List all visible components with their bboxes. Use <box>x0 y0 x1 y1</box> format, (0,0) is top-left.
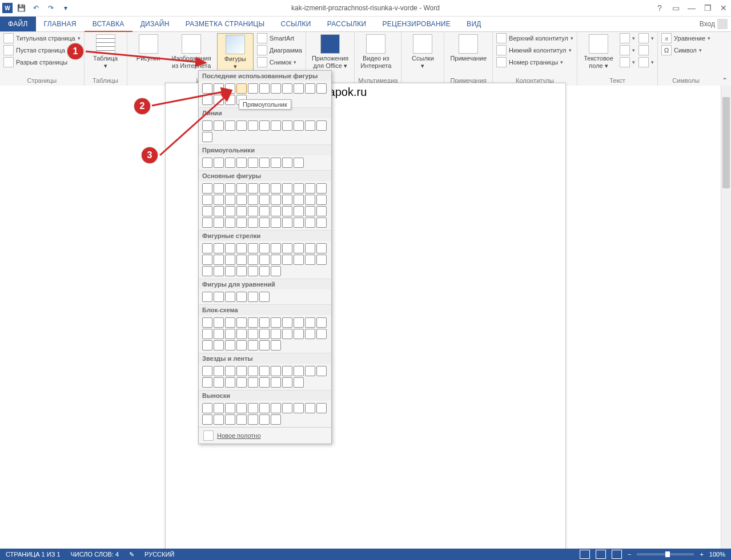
shape-item[interactable] <box>202 217 212 228</box>
status-page[interactable]: СТРАНИЦА 1 ИЗ 1 <box>6 551 61 558</box>
screenshot-button[interactable]: Снимок <box>257 57 302 67</box>
shape-item[interactable] <box>259 255 270 265</box>
page-break-button[interactable]: Разрыв страницы <box>3 57 81 67</box>
symbol-button[interactable]: ΩСимвол <box>661 45 710 55</box>
shape-item[interactable] <box>248 340 258 350</box>
shape-item[interactable] <box>248 266 258 276</box>
restore-button[interactable]: ❐ <box>702 3 713 13</box>
smartart-button[interactable]: SmartArt <box>257 33 302 43</box>
shape-item[interactable] <box>202 132 212 142</box>
shape-item[interactable] <box>259 414 270 425</box>
shape-item[interactable] <box>236 206 247 216</box>
shape-item[interactable] <box>305 183 315 194</box>
zoom-level[interactable]: 100% <box>709 551 725 558</box>
shape-item[interactable] <box>294 195 304 205</box>
shape-item[interactable] <box>271 217 281 228</box>
ribbon-display-button[interactable]: ▭ <box>670 3 681 13</box>
shape-item[interactable] <box>248 329 258 339</box>
shape-item[interactable] <box>316 217 327 228</box>
shape-item[interactable] <box>248 183 258 194</box>
shape-item[interactable] <box>225 243 235 253</box>
shape-item[interactable] <box>236 414 247 425</box>
header-button[interactable]: Верхний колонтитул <box>496 33 573 43</box>
shape-item[interactable] <box>271 243 281 253</box>
shape-item[interactable] <box>282 366 292 376</box>
shape-item[interactable] <box>294 158 304 168</box>
document-area[interactable] <box>0 86 731 549</box>
shape-item[interactable] <box>271 120 281 131</box>
shape-item[interactable] <box>225 120 235 131</box>
shape-item[interactable] <box>202 183 212 194</box>
shape-item[interactable] <box>225 158 235 168</box>
shape-item[interactable] <box>271 414 281 425</box>
shape-item[interactable] <box>282 158 292 168</box>
shape-item[interactable] <box>236 329 247 339</box>
zoom-in-button[interactable]: + <box>700 551 703 558</box>
shape-item[interactable] <box>236 317 247 328</box>
shape-item[interactable] <box>236 120 247 131</box>
signature-button[interactable] <box>638 33 654 43</box>
shape-item[interactable] <box>271 366 281 376</box>
shape-item[interactable] <box>316 317 327 328</box>
shape-item[interactable] <box>259 292 270 302</box>
shape-item[interactable] <box>316 120 327 131</box>
shape-item[interactable] <box>225 414 235 425</box>
shape-item[interactable] <box>316 83 327 94</box>
comment-button[interactable]: Примечание <box>448 33 489 63</box>
shape-item[interactable] <box>282 317 292 328</box>
help-button[interactable]: ? <box>654 3 665 13</box>
shape-item[interactable] <box>294 403 304 413</box>
chart-button[interactable]: Диаграмма <box>257 45 302 55</box>
shape-item[interactable] <box>282 255 292 265</box>
view-web-button[interactable] <box>612 550 622 559</box>
shape-item[interactable] <box>236 340 247 350</box>
shape-item[interactable] <box>202 83 212 94</box>
shape-item[interactable] <box>294 206 304 216</box>
shape-item[interactable] <box>271 158 281 168</box>
shape-item[interactable] <box>214 340 224 350</box>
shape-item[interactable] <box>305 243 315 253</box>
shape-item[interactable] <box>271 266 281 276</box>
shape-item[interactable] <box>248 414 258 425</box>
shape-item[interactable] <box>282 120 292 131</box>
shape-item[interactable] <box>259 403 270 413</box>
shape-item[interactable] <box>305 206 315 216</box>
shape-item[interactable] <box>248 255 258 265</box>
status-language[interactable]: РУССКИЙ <box>144 551 174 558</box>
shape-item[interactable] <box>214 206 224 216</box>
view-read-button[interactable] <box>580 550 590 559</box>
shape-item[interactable] <box>282 206 292 216</box>
shape-item[interactable] <box>225 83 235 94</box>
shape-item[interactable] <box>259 206 270 216</box>
shape-item[interactable] <box>236 266 247 276</box>
shape-item[interactable] <box>214 120 224 131</box>
shape-item[interactable] <box>259 340 270 350</box>
shape-item[interactable] <box>214 414 224 425</box>
shape-item[interactable] <box>214 183 224 194</box>
apps-button[interactable]: Приложениядля Office ▾ <box>310 33 351 70</box>
tab-mailings[interactable]: РАССЫЛКИ <box>319 17 375 31</box>
tab-review[interactable]: РЕЦЕНЗИРОВАНИЕ <box>374 17 459 31</box>
shape-item[interactable] <box>202 340 212 350</box>
shape-item[interactable] <box>271 377 281 388</box>
shape-item[interactable] <box>225 255 235 265</box>
shape-item[interactable] <box>282 217 292 228</box>
shape-item[interactable] <box>214 158 224 168</box>
shape-item[interactable] <box>202 243 212 253</box>
shape-item[interactable] <box>248 243 258 253</box>
shape-item[interactable] <box>214 217 224 228</box>
shape-item[interactable] <box>214 195 224 205</box>
pictures-button[interactable]: Рисунки <box>131 33 166 63</box>
shape-item[interactable] <box>225 217 235 228</box>
close-button[interactable]: ✕ <box>718 3 729 13</box>
shape-item[interactable] <box>214 329 224 339</box>
shape-item[interactable] <box>305 329 315 339</box>
shape-item[interactable] <box>271 195 281 205</box>
shape-item[interactable] <box>271 255 281 265</box>
shape-item[interactable] <box>236 243 247 253</box>
shape-item[interactable] <box>248 317 258 328</box>
shape-item[interactable] <box>259 317 270 328</box>
shape-item[interactable] <box>294 120 304 131</box>
shape-item[interactable] <box>305 217 315 228</box>
shape-item[interactable] <box>214 403 224 413</box>
